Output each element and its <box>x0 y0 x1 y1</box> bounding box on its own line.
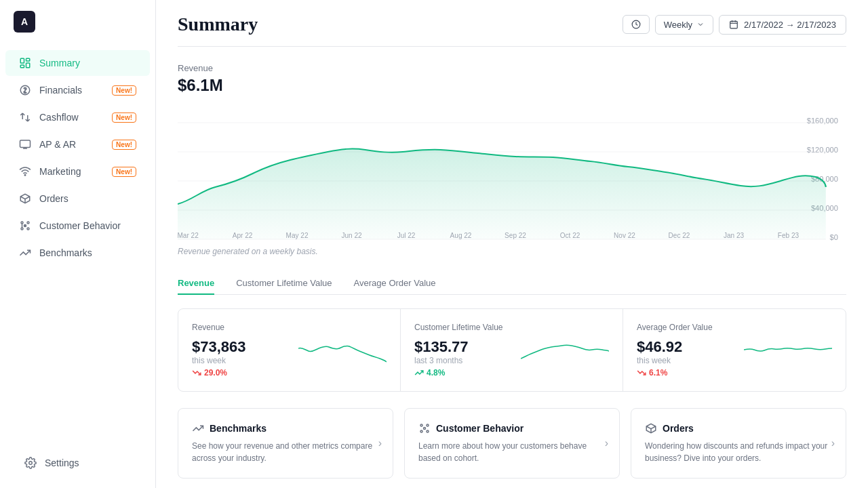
svg-text:Aug 22: Aug 22 <box>450 232 472 239</box>
chevron-down-icon <box>696 20 705 28</box>
chart-caption: Revenue generated on a weekly basis. <box>178 247 846 256</box>
promo-card-benchmarks[interactable]: Benchmarks See how your revenue and othe… <box>178 408 393 479</box>
history-button[interactable] <box>623 15 650 34</box>
promo-card-orders[interactable]: Orders Wondering how discounts and refun… <box>631 408 846 479</box>
svg-point-42 <box>427 424 429 426</box>
metric-card-sub: this week <box>637 356 682 365</box>
svg-text:Oct 22: Oct 22 <box>560 232 580 239</box>
metric-card-value: $135.77 <box>414 338 469 356</box>
new-badge: New! <box>112 167 136 177</box>
sidebar-item-settings[interactable]: Settings <box>11 450 144 476</box>
sidebar-item-label: Marketing <box>39 166 81 177</box>
new-badge: New! <box>112 140 136 150</box>
promo-card-text: Learn more about how your customers beha… <box>418 440 606 464</box>
metric-card-label: Customer Lifetime Value <box>414 323 609 332</box>
sidebar-item-ap-ar[interactable]: AP & AR New! <box>5 131 150 157</box>
svg-text:$160,000: $160,000 <box>807 117 838 125</box>
wifi-icon <box>19 165 31 178</box>
svg-point-10 <box>27 228 29 230</box>
metric-card-main-row: $73,863 this week <box>192 335 387 365</box>
svg-text:Jan 23: Jan 23 <box>724 232 745 239</box>
date-range-button[interactable]: 2/17/2022 → 2/17/2023 <box>719 15 846 35</box>
promo-card-header: Orders <box>645 422 832 434</box>
sidebar-item-summary[interactable]: Summary <box>5 50 150 76</box>
app-logo: A <box>14 11 35 33</box>
arrow-icon: › <box>831 437 835 449</box>
metric-card-revenue: Revenue $73,863 this week 29.0% <box>178 309 401 391</box>
metric-card-aov: Average Order Value $46.92 this week 6.1… <box>623 309 846 391</box>
svg-rect-0 <box>20 58 24 63</box>
metric-card-label: Average Order Value <box>637 323 832 332</box>
sidebar-item-cashflow[interactable]: Cashflow New! <box>5 104 150 130</box>
svg-point-6 <box>24 175 26 176</box>
svg-point-44 <box>420 424 422 426</box>
sidebar-nav: Summary Financials New! Cashflow New <box>0 43 155 438</box>
sidebar-item-customer-behavior[interactable]: Customer Behavior <box>5 213 150 239</box>
sidebar-item-orders[interactable]: Orders <box>5 186 150 211</box>
box-icon <box>19 192 31 205</box>
aov-mini-chart <box>744 335 832 365</box>
svg-text:$0: $0 <box>830 233 838 241</box>
promo-card-header: Customer Behavior <box>418 422 606 434</box>
metric-card-change: 4.8% <box>414 368 609 378</box>
arrow-icon: › <box>378 437 382 449</box>
box-icon <box>645 422 657 434</box>
calendar-icon <box>729 20 738 29</box>
revenue-label: Revenue <box>178 63 846 73</box>
header-controls: Weekly 2/17/2022 → 2/17/2023 <box>623 15 846 35</box>
sidebar-logo: A <box>0 0 155 43</box>
metric-card-main-row: $135.77 last 3 months <box>414 335 609 365</box>
revenue-chart: $0 $40,000 $80,000 $120,000 $160,000 <box>178 106 846 241</box>
metric-card-change: 29.0% <box>192 368 387 378</box>
revenue-value: $6.1M <box>178 76 846 95</box>
promo-card-header: Benchmarks <box>192 422 379 434</box>
svg-rect-1 <box>26 58 30 61</box>
tab-revenue[interactable]: Revenue <box>178 272 214 295</box>
metric-cards: Revenue $73,863 this week 29.0% Cus <box>178 308 846 392</box>
dollar-icon <box>19 84 31 96</box>
scatter-icon <box>19 220 31 232</box>
main-content: Summary Weekly <box>156 0 868 488</box>
clv-mini-chart <box>521 335 609 365</box>
svg-text:Jul 22: Jul 22 <box>397 232 416 239</box>
promo-cards: Benchmarks See how your revenue and othe… <box>178 408 846 479</box>
sidebar-item-label: AP & AR <box>39 139 76 150</box>
promo-card-text: Wondering how discounts and refunds impa… <box>645 440 832 464</box>
svg-text:$120,000: $120,000 <box>807 146 838 154</box>
tab-aov[interactable]: Average Order Value <box>354 272 436 295</box>
svg-text:Apr 22: Apr 22 <box>233 232 253 239</box>
promo-card-customer-behavior[interactable]: Customer Behavior Learn more about how y… <box>404 408 620 479</box>
sidebar-item-benchmarks[interactable]: Benchmarks <box>5 240 150 266</box>
metric-card-sub: this week <box>192 356 246 365</box>
svg-rect-5 <box>20 140 31 148</box>
svg-text:Jun 22: Jun 22 <box>341 232 362 239</box>
svg-point-9 <box>27 222 29 224</box>
new-badge: New! <box>112 85 136 96</box>
metric-card-clv: Customer Lifetime Value $135.77 last 3 m… <box>401 309 623 391</box>
tab-clv[interactable]: Customer Lifetime Value <box>236 272 332 295</box>
metric-card-value: $46.92 <box>637 338 682 356</box>
sidebar-item-label: Summary <box>39 58 80 68</box>
page-title: Summary <box>178 14 258 35</box>
revenue-mini-chart <box>298 335 387 365</box>
promo-card-text: See how your revenue and other metrics c… <box>192 440 379 464</box>
screen-icon <box>19 138 31 150</box>
svg-point-40 <box>420 430 422 432</box>
metric-tabs: Revenue Customer Lifetime Value Average … <box>178 272 846 295</box>
period-selector[interactable]: Weekly <box>655 15 713 35</box>
svg-point-7 <box>21 228 23 230</box>
svg-rect-3 <box>20 65 24 68</box>
arrow-icon: › <box>605 437 608 449</box>
sidebar-item-label: Financials <box>39 85 82 96</box>
clock-icon <box>631 20 641 29</box>
sidebar-item-financials[interactable]: Financials New! <box>5 77 150 103</box>
sidebar-item-label: Settings <box>45 458 79 468</box>
chart-icon <box>19 57 31 69</box>
svg-point-11 <box>21 222 23 224</box>
svg-text:Mar 22: Mar 22 <box>178 232 199 239</box>
metric-card-label: Revenue <box>192 323 387 332</box>
sidebar-item-marketing[interactable]: Marketing New! <box>5 159 150 184</box>
svg-text:Dec 22: Dec 22 <box>669 232 690 239</box>
svg-text:Sep 22: Sep 22 <box>505 232 526 239</box>
trend-up-icon <box>414 368 424 378</box>
